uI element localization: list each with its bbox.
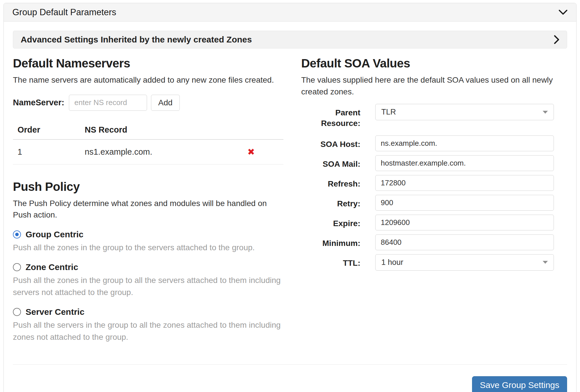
nameservers-table-header: Order NS Record — [13, 121, 283, 139]
soa-description: The values supplied here are the default… — [301, 74, 567, 98]
nameserver-add-row: NameServer: Add — [13, 95, 283, 111]
nameservers-description: The name servers are automatically added… — [13, 74, 283, 86]
parent-resource-select[interactable]: TLR — [375, 104, 554, 120]
zone-centric-label[interactable]: Zone Centric — [26, 262, 78, 272]
retry-input[interactable] — [375, 195, 554, 211]
minimum-label: Minimum: — [301, 234, 360, 250]
refresh-input[interactable] — [375, 175, 554, 191]
nameservers-title: Default Nameservers — [13, 57, 283, 70]
refresh-row: Refresh: — [301, 175, 567, 191]
ns-record-cell: ns1.example.com. — [81, 139, 219, 164]
soa-host-row: SOA Host: — [301, 135, 567, 151]
content-columns: Default Nameservers The name servers are… — [13, 48, 567, 351]
expire-label: Expire: — [301, 215, 360, 230]
soa-title: Default SOA Values — [301, 57, 567, 70]
zone-centric-radio[interactable] — [13, 263, 21, 271]
expire-input[interactable] — [375, 215, 554, 230]
panel-header[interactable]: Group Default Parameters — [4, 3, 576, 22]
expire-row: Expire: — [301, 215, 567, 230]
parent-resource-value: TLR — [381, 108, 396, 117]
parent-resource-label: Parent Resource: — [301, 104, 360, 129]
retry-label: Retry: — [301, 195, 360, 211]
ttl-value: 1 hour — [381, 258, 403, 267]
delete-nameserver-icon[interactable]: ✖ — [248, 147, 255, 157]
zone-centric-description: Push all the zones in the group to all t… — [13, 274, 283, 298]
soa-mail-label: SOA Mail: — [301, 155, 360, 171]
radio-option-zone-centric: Zone Centric — [13, 262, 283, 272]
nameserver-input[interactable] — [69, 95, 147, 111]
group-centric-radio[interactable] — [13, 230, 21, 238]
ns-order-cell: 1 — [13, 139, 81, 164]
push-policy-description: The Push Policy determine what zones and… — [13, 198, 283, 221]
left-column: Default Nameservers The name servers are… — [13, 48, 283, 351]
ttl-label: TTL: — [301, 254, 360, 271]
minimum-row: Minimum: — [301, 234, 567, 250]
push-policy-title: Push Policy — [13, 180, 283, 194]
group-centric-description: Push all the zones in the group to the s… — [13, 242, 283, 254]
actions-column-header — [219, 121, 283, 139]
soa-mail-row: SOA Mail: — [301, 155, 567, 171]
ttl-select[interactable]: 1 hour — [375, 254, 554, 271]
server-centric-radio[interactable] — [13, 308, 21, 316]
order-column-header: Order — [13, 121, 81, 139]
add-nameserver-button[interactable]: Add — [151, 95, 180, 111]
server-centric-description: Push all the servers in the group to all… — [13, 319, 283, 343]
nameserver-label: NameServer: — [13, 98, 64, 107]
save-group-settings-button[interactable]: Save Group Settings — [472, 376, 567, 392]
caret-down-icon — [543, 261, 548, 264]
radio-option-server-centric: Server Centric — [13, 307, 283, 317]
panel-title: Group Default Parameters — [12, 7, 116, 18]
advanced-settings-bar[interactable]: Advanced Settings Inherited by the newly… — [13, 31, 567, 48]
chevron-down-icon[interactable] — [558, 9, 568, 15]
soa-mail-input[interactable] — [375, 155, 554, 171]
caret-down-icon — [543, 111, 548, 114]
group-centric-label[interactable]: Group Centric — [26, 230, 84, 239]
panel-body: Advanced Settings Inherited by the newly… — [4, 22, 576, 392]
server-centric-label[interactable]: Server Centric — [26, 307, 84, 317]
footer-actions: Save Group Settings — [13, 364, 567, 392]
advanced-settings-label: Advanced Settings Inherited by the newly… — [21, 35, 252, 44]
nameservers-table: Order NS Record 1 ns1.example.com. ✖ — [13, 121, 283, 164]
ttl-row: TTL: 1 hour — [301, 254, 567, 271]
ns-record-column-header: NS Record — [81, 121, 219, 139]
soa-host-label: SOA Host: — [301, 135, 360, 151]
minimum-input[interactable] — [375, 234, 554, 250]
retry-row: Retry: — [301, 195, 567, 211]
soa-host-input[interactable] — [375, 135, 554, 151]
refresh-label: Refresh: — [301, 175, 360, 191]
right-column: Default SOA Values The values supplied h… — [301, 48, 567, 351]
chevron-right-icon — [554, 35, 559, 44]
radio-option-group-centric: Group Centric — [13, 230, 283, 239]
table-row: 1 ns1.example.com. ✖ — [13, 139, 283, 164]
parent-resource-row: Parent Resource: TLR — [301, 104, 567, 129]
group-default-parameters-panel: Group Default Parameters Advanced Settin… — [3, 3, 577, 392]
